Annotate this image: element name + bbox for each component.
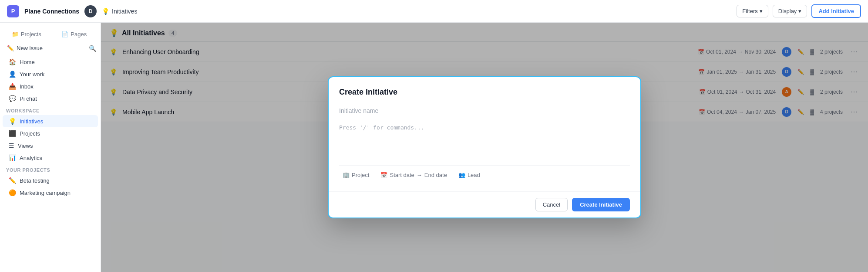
sidebar-item-beta-testing[interactable]: ✏️ Beta testing [3,174,98,187]
grid-icon: ⬛ [9,130,16,137]
initiative-description-input[interactable] [339,121,630,160]
arrow-icon: → [417,172,422,178]
tab-pages[interactable]: 📄 Pages [51,29,98,40]
sidebar-item-home[interactable]: 🏠 Home [3,56,98,68]
sidebar-item-marketing-campaign[interactable]: 🟠 Marketing campaign [3,187,98,199]
inbox-icon: 📥 [9,83,16,90]
chevron-down-icon: ▾ [760,8,763,14]
tab-projects[interactable]: 📁 Projects [3,29,50,40]
topbar-left: P Plane Connections D 💡 Initiatives [7,5,137,17]
sidebar-item-analytics[interactable]: 📊 Analytics [3,152,98,164]
sidebar-item-label: Marketing campaign [20,190,71,196]
lead-button[interactable]: 👥 Lead [455,170,484,180]
analytics-icon: 📊 [9,154,16,161]
calendar-start-icon: 📅 [380,172,387,178]
workspace-logo[interactable]: P [7,5,19,17]
search-icon[interactable]: 🔍 [89,45,96,52]
tab-pages-label: Pages [71,31,87,37]
modal-title: Create Initiative [339,88,630,97]
views-icon: ☰ [9,142,14,149]
edit-icon: ✏️ [7,45,14,51]
display-label: Display [778,8,797,14]
sidebar-item-pi-chat[interactable]: 💬 Pi chat [3,92,98,105]
chat-icon: 💬 [9,95,16,102]
display-button[interactable]: Display ▾ [773,5,807,17]
topbar: P Plane Connections D 💡 Initiatives Filt… [0,0,868,23]
folder-icon: 📁 [12,31,19,37]
your-projects-section-label: YOUR PROJECTS [0,164,101,174]
sidebar-item-label: Home [20,59,35,65]
breadcrumb-icon: 💡 [102,8,109,15]
workspace-section-label: WORKSPACE [0,105,101,115]
modal-overlay: Create Initiative 🏢 Project 📅 Start date… [101,23,868,272]
sidebar-item-label: Inbox [20,83,34,90]
home-icon: 🏠 [9,58,16,65]
modal-body: Create Initiative 🏢 Project 📅 Start date… [329,77,640,191]
breadcrumb: 💡 Initiatives [102,8,137,15]
pencil-icon: ✏️ [9,177,16,184]
person-icon: 👤 [9,71,16,78]
sidebar-item-label: Analytics [20,155,42,161]
sidebar-item-label: Views [18,143,33,149]
lead-icon: 👥 [458,172,465,178]
main-layout: 📁 Projects 📄 Pages ✏️ New issue 🔍 🏠 Home… [0,23,868,272]
workspace-name: Plane Connections [24,8,79,15]
sidebar-item-label: Your work [20,71,44,78]
start-date-label: Start date [390,172,414,178]
create-initiative-button[interactable]: Create Initiative [572,198,630,211]
sidebar-item-label: Pi chat [20,95,37,102]
sidebar-item-projects[interactable]: ⬛ Projects [3,127,98,139]
new-issue-label: New issue [17,45,43,51]
initiative-name-input[interactable] [339,105,630,117]
project-picker-button[interactable]: 🏢 Project [339,170,373,180]
filters-label: Filters [742,8,757,14]
breadcrumb-label: Initiatives [112,8,137,15]
sidebar-item-label: Beta testing [20,177,50,184]
filters-button[interactable]: Filters ▾ [737,5,768,17]
end-date-label: End date [424,172,447,178]
sidebar-tabs: 📁 Projects 📄 Pages [0,27,101,41]
sidebar-actions: ✏️ New issue 🔍 [0,41,101,55]
sidebar-item-inbox[interactable]: 📥 Inbox [3,80,98,92]
sidebar-item-initiatives[interactable]: 💡 Initiatives [3,115,98,127]
modal-toolbar: 🏢 Project 📅 Start date → End date 👥 Lead [339,165,630,184]
modal-footer: Cancel Create Initiative [329,191,640,218]
add-initiative-button[interactable]: Add Initiative [811,4,861,18]
create-initiative-modal: Create Initiative 🏢 Project 📅 Start date… [328,76,641,218]
orange-dot-icon: 🟠 [9,189,16,196]
sidebar-item-views[interactable]: ☰ Views [3,139,98,152]
sidebar-item-label: Projects [20,130,40,137]
sidebar-item-your-work[interactable]: 👤 Your work [3,68,98,80]
content-area: 💡 All Initiatives 4 💡 Enhancing User Onb… [101,23,868,272]
start-date-button[interactable]: 📅 Start date → End date [377,170,450,180]
chevron-down-icon: ▾ [798,8,801,14]
sidebar-item-label: Initiatives [20,118,43,125]
topbar-right: Filters ▾ Display ▾ Add Initiative [737,4,861,18]
initiatives-icon: 💡 [9,118,16,125]
sidebar: 📁 Projects 📄 Pages ✏️ New issue 🔍 🏠 Home… [0,23,101,272]
tab-projects-label: Projects [21,31,41,37]
cancel-button[interactable]: Cancel [535,198,568,211]
project-label: Project [352,172,369,178]
user-avatar[interactable]: D [84,5,97,17]
pages-icon: 📄 [61,31,68,37]
building-icon: 🏢 [343,172,350,178]
lead-label: Lead [468,172,480,178]
new-issue-button[interactable]: ✏️ New issue [4,43,45,53]
